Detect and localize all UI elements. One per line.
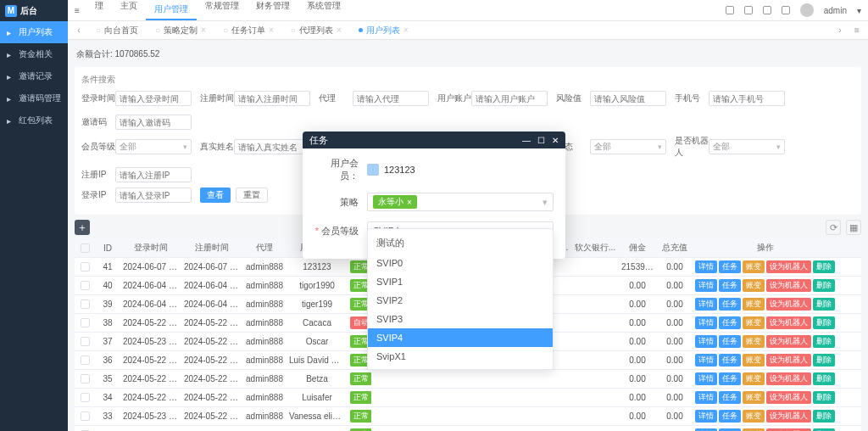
level-option-SVIP4[interactable]: SVIP4 — [368, 328, 553, 347]
level-option-SVIP0[interactable]: SVIP0 — [368, 254, 553, 272]
modal-min-icon[interactable]: — — [522, 136, 531, 145]
folder-icon — [367, 164, 379, 176]
level-option-SVIP3[interactable]: SVIP3 — [368, 310, 553, 328]
modal-user-label: 用户会员： — [314, 157, 359, 182]
modal-max-icon[interactable]: ☐ — [537, 136, 545, 145]
modal-close-icon[interactable]: ✕ — [552, 136, 559, 145]
modal-strategy-label: 策略 — [314, 196, 359, 209]
modal-level-label: 会员等级 — [314, 225, 359, 238]
modal-strategy-select[interactable]: 永等小 — [367, 193, 554, 211]
level-option-SVIP2[interactable]: SVIP2 — [368, 291, 553, 310]
level-dropdown: 测试的SVIP0SVIP1SVIP2SVIP3SVIP4SvipX1 — [367, 228, 554, 370]
level-option-SVIP1[interactable]: SVIP1 — [368, 272, 553, 291]
level-option-测试的[interactable]: 测试的 — [368, 232, 553, 254]
strategy-tag[interactable]: 永等小 — [373, 195, 417, 209]
modal-user-value: 123123 — [384, 165, 415, 175]
modal-title: 任务 — [309, 134, 328, 147]
task-modal: 任务 — ☐ ✕ 用户会员： 123123 策略 永等小 会员等级 — [303, 132, 565, 259]
modal-overlay: 任务 — ☐ ✕ 用户会员： 123123 策略 永等小 会员等级 — [0, 0, 868, 431]
level-option-SvipX1[interactable]: SvipX1 — [368, 347, 553, 366]
